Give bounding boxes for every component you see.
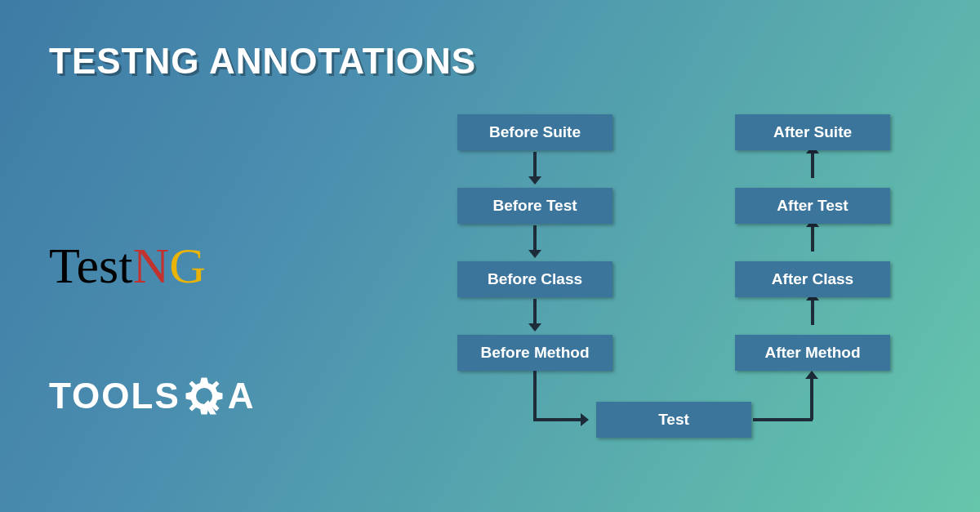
arrow-down-icon	[533, 152, 537, 178]
testng-logo: TestNG	[49, 237, 206, 295]
annotations-diagram: Before Suite Before Test Before Class Be…	[457, 114, 947, 490]
arrow-up-icon	[811, 225, 814, 252]
box-before-test: Before Test	[457, 188, 612, 224]
box-before-class: Before Class	[457, 261, 612, 297]
gear-icon	[184, 376, 225, 416]
testng-logo-part3: G	[169, 238, 206, 293]
arrow-down-icon	[533, 225, 537, 252]
toolsqa-logo: TOOLS A	[49, 376, 256, 416]
page-title: TESTNG ANNOTATIONS	[49, 41, 476, 82]
testng-logo-part1: Test	[49, 238, 132, 293]
box-before-method: Before Method	[457, 335, 612, 371]
box-after-class: After Class	[735, 261, 890, 297]
box-after-suite: After Suite	[735, 114, 890, 150]
box-test: Test	[596, 402, 751, 438]
arrow-up-icon	[811, 152, 814, 178]
arrow-down-icon	[533, 299, 537, 325]
arrow-up-icon	[811, 299, 814, 325]
box-after-test: After Test	[735, 188, 890, 224]
box-after-method: After Method	[735, 335, 890, 371]
testng-logo-part2: N	[132, 238, 169, 293]
toolsqa-logo-pre: TOOLS	[49, 376, 180, 416]
toolsqa-logo-post: A	[228, 376, 256, 416]
box-before-suite: Before Suite	[457, 114, 612, 150]
